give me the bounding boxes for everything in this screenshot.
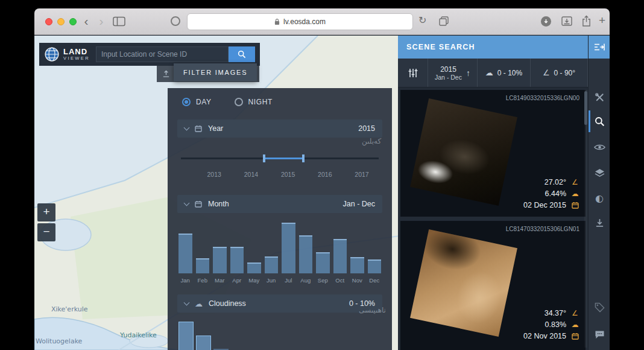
sliders-icon [408,68,418,78]
tab-overview-button[interactable] [439,16,449,26]
scene-list-scrollbar-thumb[interactable] [584,91,587,125]
scene-id: LC81490332015336LGN00 [506,95,579,101]
scene-thumbnail[interactable] [410,229,517,337]
layers-tool-button[interactable] [589,162,610,183]
year-tick-label: 2014 [244,171,258,178]
map-zoom-controls: + − [37,203,55,241]
sort-ascending-icon[interactable]: ↑ [466,68,470,78]
cloudiness-row: 6.44% ☁ [545,189,579,198]
view-tool-button[interactable] [589,136,610,158]
search-input[interactable] [96,46,229,62]
sun-angle-filter-cell[interactable]: ∠ 0 - 90° [531,59,588,87]
month-bar[interactable] [299,235,313,273]
year-slider-range[interactable] [264,158,304,159]
date-row: 02 Nov 2015 [523,332,579,340]
month-bar[interactable] [368,259,382,273]
back-button[interactable]: ‹ [79,14,93,30]
angle-icon: ∠ [543,68,550,77]
year-section-header[interactable]: Year 2015 [177,119,382,138]
month-bar[interactable] [230,247,244,273]
year-slider[interactable] [181,154,379,162]
contrast-tool-button[interactable]: ◐ [589,187,610,209]
contrast-icon: ◐ [595,192,604,204]
month-bar[interactable] [316,252,330,273]
location-search [96,46,255,62]
sidebar-icon [113,16,125,27]
address-bar[interactable]: lv.eosda.com [187,13,413,30]
cloudiness-bar[interactable] [178,322,194,350]
scene-thumbnail[interactable] [410,98,517,206]
month-bar[interactable] [178,234,192,273]
search-icon [238,50,246,59]
sun-elevation-value: 34.37° [545,309,566,317]
month-bar[interactable] [247,262,261,273]
search-button[interactable] [229,46,255,62]
scene-card[interactable]: LC81490332015336LGN00 27.02° ∠ 6.44% ☁ [400,90,586,217]
cloudiness-bar[interactable] [196,336,211,350]
scene-search-tool-button[interactable] [589,110,610,132]
chevron-down-icon [184,200,190,206]
cloudiness-section-header[interactable]: ☁ Cloudiness 0 - 10% [177,294,382,313]
forward-button[interactable]: › [94,14,109,30]
scene-id: LC81470332015306LGN01 [506,226,579,232]
month-bar[interactable] [282,223,295,273]
sun-angle-icon: ∠ [570,178,579,186]
month-bar[interactable] [213,247,227,273]
extension-icon[interactable] [171,16,180,26]
month-axis-label: Feb [196,277,210,284]
collapse-panel-button[interactable] [589,36,610,59]
logo-line1: LAND [63,48,90,56]
map-place-label: Xike'erkule [51,305,87,313]
month-label: Month [208,200,229,208]
extension-ring-icon [171,16,180,26]
year-slider-handle-left[interactable] [263,154,265,162]
cloudiness-filter-cell[interactable]: ☁ 0 - 10% [478,59,531,87]
day-radio[interactable]: DAY [182,98,212,106]
month-bar[interactable] [333,239,347,273]
month-bar[interactable] [265,256,279,273]
sidebar-toggle-button[interactable] [113,16,125,27]
year-tick-label: 2015 [281,171,295,178]
new-tab-button[interactable]: + [599,14,605,27]
month-axis-label: Dec [368,277,382,284]
downloads-tray-button[interactable] [561,16,572,26]
night-label: NIGHT [248,98,273,106]
fullscreen-window-button[interactable] [69,18,77,25]
year-slider-handle-right[interactable] [302,154,305,162]
tools-button[interactable] [589,86,610,108]
share-button[interactable] [582,15,591,27]
scene-list-scrollbar-track[interactable] [584,90,587,348]
tools-icon [595,92,605,103]
month-bar[interactable] [350,257,364,273]
comment-icon [595,330,605,339]
month-histogram [178,223,381,273]
browser-toolbar: ‹ › lv.eosda.com ↻ [34,8,610,35]
calendar-icon [195,200,202,208]
filter-year-value: 2015 [435,65,462,74]
scene-card[interactable]: LC81470332015306LGN01 34.37° ∠ 0.83% ☁ [400,221,586,350]
close-window-button[interactable] [45,18,52,25]
zoom-out-button[interactable]: − [37,223,55,241]
cloudiness-row: 0.83% ☁ [545,320,579,329]
night-radio[interactable]: NIGHT [235,98,273,106]
download-tool-button[interactable] [589,212,610,234]
right-toolbar: ◐ [588,36,610,350]
scene-metadata: 34.37° ∠ 0.83% ☁ 02 Nov 2015 [523,309,579,340]
feedback-tool-button[interactable] [589,323,610,345]
date-filter-values: 2015 Jan - Dec [435,65,462,81]
reload-button[interactable]: ↻ [418,14,426,26]
landviewer-logo[interactable]: LAND VIEWER [44,46,90,62]
day-label: DAY [196,98,212,106]
filter-settings-button[interactable] [398,59,428,87]
month-section-header[interactable]: Month Jan - Dec [177,195,382,213]
year-tick-label: 2013 [207,171,221,178]
month-bar[interactable] [196,258,210,273]
minimize-window-button[interactable] [57,18,65,25]
zoom-in-button[interactable]: + [37,203,55,221]
filter-cloudiness-value: 0 - 10% [497,69,522,77]
tags-tool-button[interactable] [589,296,610,318]
month-axis-labels: JanFebMarAprMayJunJulAugSepOctNovDec [178,277,381,284]
download-progress-button[interactable] [541,16,551,27]
date-filter-cell[interactable]: 2015 Jan - Dec ↑ [428,59,478,87]
map-place-label: ناھىيىسى [359,306,386,314]
